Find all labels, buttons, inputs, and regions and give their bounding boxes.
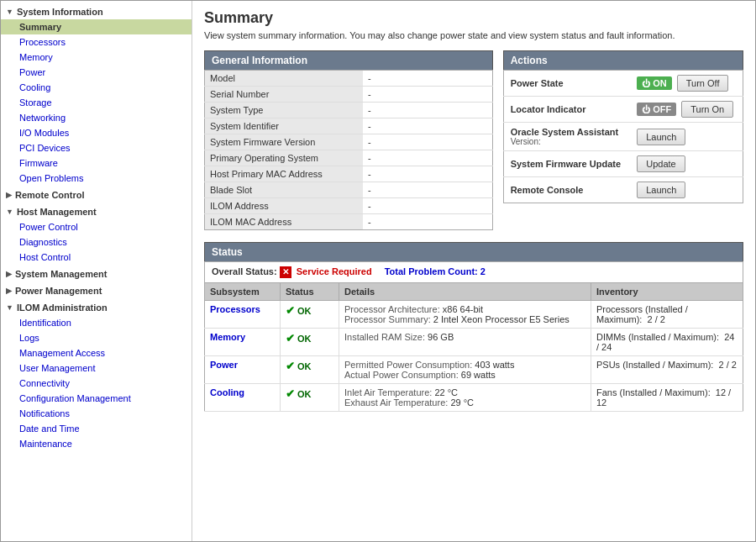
general-info-label-5: Primary Operating System — [205, 150, 363, 166]
action-row-firmware-update: System Firmware Update Update — [503, 151, 743, 177]
sidebar-item-firmware[interactable]: Firmware — [1, 155, 192, 171]
sidebar-item-summary[interactable]: Summary — [1, 19, 192, 34]
actions-header: Actions — [503, 50, 743, 70]
actions-box: Actions Power State ⏻ ON — [503, 50, 743, 230]
sidebar-item-processors[interactable]: Processors — [1, 34, 192, 50]
general-info-value-7: - — [363, 182, 492, 198]
sidebar-section-remote-control[interactable]: ▶ Remote Control — [1, 187, 192, 203]
inventory-label: Fans (Installed / Maximum): — [596, 387, 711, 397]
power-on-icon: ⏻ — [642, 79, 650, 88]
sidebar-group-power-management: ▶ Power Management — [1, 283, 192, 298]
status-inventory-0: Processors (Installed / Maximum): 2 / 2 — [591, 301, 743, 329]
sidebar-item-memory[interactable]: Memory — [1, 50, 192, 65]
turn-on-button[interactable]: Turn On — [681, 101, 733, 118]
sidebar-item-power-control[interactable]: Power Control — [1, 219, 192, 234]
sidebar-item-power[interactable]: Power — [1, 65, 192, 80]
status-status-0: ✔ OK — [281, 301, 339, 329]
oracle-version-label: Version: — [511, 137, 624, 146]
firmware-update-btn-cell: Update — [630, 151, 743, 177]
sidebar-item-logs[interactable]: Logs — [1, 330, 192, 345]
sidebar-item-storage[interactable]: Storage — [1, 95, 192, 110]
firmware-update-label-cell: System Firmware Update — [503, 151, 630, 177]
status-details-3: Inlet Air Temperature: 22 °CExhaust Air … — [339, 384, 591, 412]
status-subsystem-1[interactable]: Memory — [205, 329, 281, 356]
page-title: Summary — [204, 9, 743, 27]
launch-button-2[interactable]: Launch — [637, 182, 685, 198]
sidebar-item-user-management[interactable]: User Management — [1, 360, 192, 376]
sidebar-item-diagnostics[interactable]: Diagnostics — [1, 234, 192, 250]
sidebar-section-system-info[interactable]: ▼ System Information — [1, 4, 192, 19]
sidebar-item-management-access[interactable]: Management Access — [1, 345, 192, 360]
col-header-inventory: Inventory — [591, 283, 743, 301]
status-status-1: ✔ OK — [281, 329, 339, 356]
general-info-value-4: - — [363, 134, 492, 150]
general-info-label-7: Blade Slot — [205, 182, 363, 198]
status-row-cooling: Cooling ✔ OK Inlet Air Temperature: 22 °… — [205, 384, 743, 412]
general-info-label-6: Host Primary MAC Address — [205, 166, 363, 182]
sidebar-item-io-modules[interactable]: I/O Modules — [1, 125, 192, 140]
general-info-label-1: Serial Number — [205, 87, 363, 103]
locator-off-badge: ⏻ OFF — [637, 103, 676, 116]
sidebar-section-ilom-admin[interactable]: ▼ ILOM Administration — [1, 300, 192, 315]
ilom-admin-label: ILOM Administration — [17, 303, 108, 313]
detail-value: 22 °C — [434, 387, 458, 397]
general-info-value-0: - — [363, 71, 492, 87]
sidebar-section-power-management[interactable]: ▶ Power Management — [1, 283, 192, 298]
sidebar-item-networking[interactable]: Networking — [1, 110, 192, 125]
ok-check-icon-3: ✔ — [286, 387, 295, 400]
status-details-2: Permitted Power Consumption: 403 wattsAc… — [339, 356, 591, 384]
sidebar-item-open-problems[interactable]: Open Problems — [1, 171, 192, 186]
detail-label: Actual Power Consumption: — [344, 370, 459, 380]
sidebar-section-host-management[interactable]: ▼ Host Management — [1, 204, 192, 219]
sidebar-item-host-control[interactable]: Host Control — [1, 250, 192, 265]
sidebar-item-cooling[interactable]: Cooling — [1, 80, 192, 95]
general-info-label-0: Model — [205, 71, 363, 87]
launch-button-1[interactable]: Launch — [637, 129, 685, 145]
sidebar-group-ilom-admin: ▼ ILOM Administration Identification Log… — [1, 300, 192, 451]
general-info-box: General Information Model-Serial Number-… — [204, 50, 493, 230]
service-required-text: Service Required — [297, 266, 372, 276]
status-subsystem-2[interactable]: Power — [205, 356, 281, 384]
action-row-power-state: Power State ⏻ ON Turn Off — [503, 71, 743, 97]
detail-label: Processor Summary: — [344, 314, 431, 324]
ok-check-icon-2: ✔ — [286, 360, 295, 372]
status-status-2: ✔ OK — [281, 356, 339, 384]
general-info-row-5: Primary Operating System- — [205, 150, 493, 166]
status-table: Subsystem Status Details Inventory Proce… — [204, 282, 743, 412]
sidebar-section-system-management[interactable]: ▶ System Management — [1, 266, 192, 282]
detail-value: 69 watts — [461, 370, 496, 380]
sidebar-item-identification[interactable]: Identification — [1, 315, 192, 330]
arrow-right-icon2: ▶ — [6, 270, 12, 278]
action-row-oracle-assistant: Oracle System Assistant Version: Launch — [503, 123, 743, 151]
ok-badge-3: ✔ OK — [286, 387, 312, 400]
update-button[interactable]: Update — [637, 155, 685, 172]
sidebar-item-date-and-time[interactable]: Date and Time — [1, 421, 192, 436]
inventory-label: PSUs (Installed / Maximum): — [596, 360, 713, 370]
detail-label: Processor Architecture: — [344, 304, 440, 314]
ok-check-icon-1: ✔ — [286, 332, 295, 345]
locator-controls-inner: ⏻ OFF Turn On — [637, 101, 736, 118]
status-subsystem-3[interactable]: Cooling — [205, 384, 281, 412]
status-subsystem-0[interactable]: Processors — [205, 301, 281, 329]
status-row-power: Power ✔ OK Permitted Power Consumption: … — [205, 356, 743, 384]
sidebar-item-notifications[interactable]: Notifications — [1, 406, 192, 421]
locator-off-text: OFF — [653, 104, 671, 114]
turn-off-button[interactable]: Turn Off — [677, 75, 729, 92]
general-info-label-8: ILOM Address — [205, 198, 363, 214]
general-info-label-2: System Type — [205, 103, 363, 118]
error-icon: ✕ — [280, 266, 291, 278]
locator-off-icon: ⏻ — [642, 105, 650, 114]
sidebar-item-pci-devices[interactable]: PCI Devices — [1, 140, 192, 155]
status-overall: Overall Status: ✕ Service Required Total… — [204, 261, 743, 282]
sidebar-item-connectivity[interactable]: Connectivity — [1, 376, 192, 391]
arrow-down-icon2: ▼ — [6, 208, 13, 216]
sidebar-item-config-management[interactable]: Configuration Management — [1, 391, 192, 406]
host-management-label: Host Management — [17, 207, 97, 217]
detail-label: Inlet Air Temperature: — [344, 387, 432, 397]
overall-label: Overall Status: — [212, 266, 277, 276]
sidebar-item-maintenance[interactable]: Maintenance — [1, 436, 192, 451]
detail-value: 403 watts — [475, 360, 514, 370]
general-info-row-4: System Firmware Version- — [205, 134, 493, 150]
general-info-row-8: ILOM Address- — [205, 198, 493, 214]
detail-value: x86 64-bit — [443, 304, 483, 314]
